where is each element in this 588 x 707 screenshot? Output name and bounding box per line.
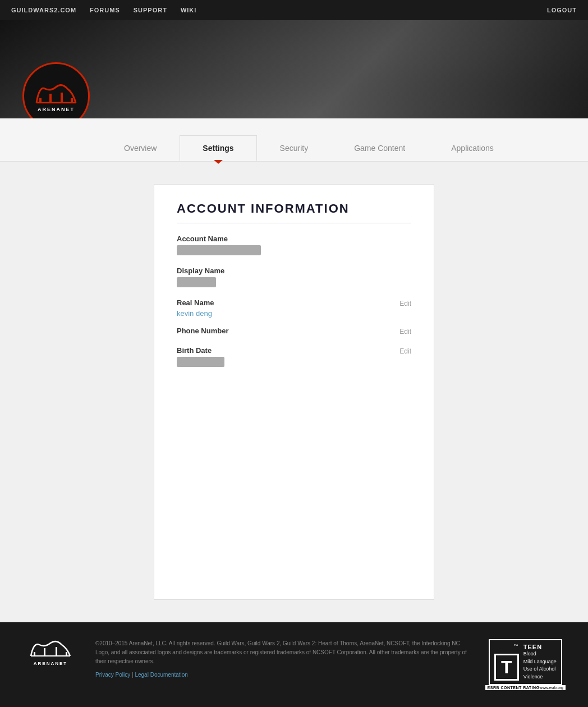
account-name-redacted xyxy=(177,245,261,255)
tab-security[interactable]: Security xyxy=(257,135,332,161)
esrb-tm: ™ xyxy=(514,644,519,649)
legal-docs-link[interactable]: Legal Documentation xyxy=(135,672,188,678)
svg-rect-2 xyxy=(49,94,52,103)
footer-logo: ARENANET xyxy=(22,639,79,666)
real-name-value-block: Real Name kevin deng xyxy=(177,299,394,318)
svg-rect-3 xyxy=(61,93,63,103)
birth-date-field: Birth Date Edit xyxy=(177,346,411,369)
logout-button[interactable]: LOGOUT xyxy=(547,7,577,13)
esrb-box: ™ T TEEN BloodMild LanguageUse of Alcoho… xyxy=(485,639,566,690)
account-name-label: Account Name xyxy=(177,235,411,243)
phone-number-value-block: Phone Number xyxy=(177,327,394,337)
main-content: ACCOUNT INFORMATION Account Name Display… xyxy=(0,162,588,622)
svg-rect-7 xyxy=(44,648,45,656)
phone-number-row: Phone Number Edit xyxy=(177,327,411,337)
logo-circle: ARENANET xyxy=(22,62,90,118)
svg-rect-1 xyxy=(39,98,42,103)
hero-banner: ARENANET xyxy=(0,20,588,118)
display-name-label: Display Name xyxy=(177,267,411,275)
birth-date-value-block: Birth Date xyxy=(177,346,394,369)
account-name-value xyxy=(177,245,411,258)
esrb-url: www.esrb.org xyxy=(540,686,563,690)
wiki-link[interactable]: WIKI xyxy=(181,7,196,13)
real-name-value: kevin deng xyxy=(177,309,394,318)
footer-logo-text: ARENANET xyxy=(34,661,67,666)
arenanet-arch-icon xyxy=(34,80,79,105)
gw2-link[interactable]: GUILDWARS2.COM xyxy=(11,7,76,13)
logo-text: ARENANET xyxy=(38,107,75,112)
display-name-value xyxy=(177,277,411,290)
tab-overview[interactable]: Overview xyxy=(101,135,180,161)
footer-arch-icon xyxy=(28,639,73,659)
footer-text-block: ©2010–2015 ArenaNet, LLC. All rights res… xyxy=(95,639,468,680)
privacy-policy-link[interactable]: Privacy Policy xyxy=(95,672,130,678)
esrb-descriptors: BloodMild LanguageUse of AlcoholViolence xyxy=(523,650,557,681)
phone-number-edit-button[interactable]: Edit xyxy=(399,327,411,336)
top-nav: GUILDWARS2.COM FORUMS SUPPORT WIKI LOGOU… xyxy=(0,0,588,20)
real-name-edit-button[interactable]: Edit xyxy=(399,299,411,307)
display-name-field: Display Name xyxy=(177,267,411,290)
svg-rect-6 xyxy=(34,652,35,656)
esrb-content-rating-label: ESRB CONTENT RATING xyxy=(488,686,540,690)
real-name-field: Real Name kevin deng Edit xyxy=(177,299,411,318)
phone-number-field: Phone Number Edit xyxy=(177,327,411,337)
esrb-rating-letter: T xyxy=(494,654,519,681)
card-title: ACCOUNT INFORMATION xyxy=(177,201,411,216)
footer: ARENANET ©2010–2015 ArenaNet, LLC. All r… xyxy=(0,622,588,707)
birth-date-label: Birth Date xyxy=(177,346,394,355)
display-name-redacted xyxy=(177,277,216,287)
tab-gamecontent[interactable]: Game Content xyxy=(331,135,428,161)
esrb-teen-label: TEEN xyxy=(523,644,557,650)
birth-date-redacted xyxy=(177,357,224,367)
real-name-label: Real Name xyxy=(177,299,394,307)
tab-settings[interactable]: Settings xyxy=(180,135,256,161)
account-card: ACCOUNT INFORMATION Account Name Display… xyxy=(154,184,434,600)
svg-rect-4 xyxy=(71,98,73,103)
footer-links: Privacy Policy | Legal Documentation xyxy=(95,671,468,680)
account-name-row xyxy=(177,245,411,258)
svg-rect-8 xyxy=(56,647,57,656)
hero-logo: ARENANET xyxy=(22,62,90,118)
birth-date-edit-button[interactable]: Edit xyxy=(399,346,411,355)
account-name-field: Account Name xyxy=(177,235,411,258)
footer-copyright: ©2010–2015 ArenaNet, LLC. All rights res… xyxy=(95,639,468,666)
svg-rect-9 xyxy=(66,652,67,656)
card-divider xyxy=(177,223,411,223)
display-name-row xyxy=(177,277,411,290)
forums-link[interactable]: FORUMS xyxy=(90,7,120,13)
birth-date-row: Birth Date Edit xyxy=(177,346,411,369)
tab-bar: Overview Settings Security Game Content … xyxy=(0,118,588,162)
tab-applications[interactable]: Applications xyxy=(428,135,517,161)
phone-number-label: Phone Number xyxy=(177,327,394,335)
nav-links: GUILDWARS2.COM FORUMS SUPPORT WIKI xyxy=(11,7,196,13)
real-name-row: Real Name kevin deng Edit xyxy=(177,299,411,318)
support-link[interactable]: SUPPORT xyxy=(134,7,167,13)
